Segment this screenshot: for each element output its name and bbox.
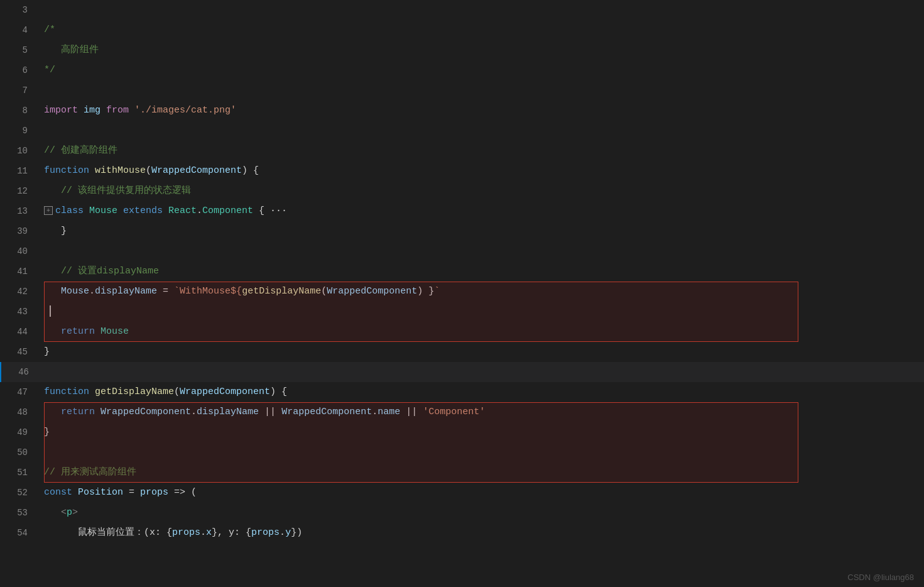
line-number: 6 bbox=[0, 65, 38, 75]
code-line: 11function withMouse(WrappedComponent) { bbox=[0, 161, 924, 181]
line-content: /* bbox=[38, 20, 924, 40]
line-content bbox=[39, 362, 924, 382]
line-content: function withMouse(WrappedComponent) { bbox=[38, 161, 924, 181]
line-content bbox=[38, 121, 924, 141]
code-line: 48 return WrappedComponent.displayName |… bbox=[0, 402, 924, 422]
line-content: 高阶组件 bbox=[38, 40, 924, 60]
line-content: // 创建高阶组件 bbox=[38, 141, 924, 161]
text-cursor bbox=[50, 305, 51, 317]
code-line: 44 return Mouse bbox=[0, 322, 924, 342]
line-number: 9 bbox=[0, 126, 38, 136]
code-line: 8import img from './images/cat.png' bbox=[0, 101, 924, 121]
line-content: } bbox=[38, 422, 924, 442]
line-number: 3 bbox=[0, 5, 38, 15]
code-line: 51// 用来测试高阶组件 bbox=[0, 463, 924, 483]
line-content: } bbox=[38, 342, 924, 362]
line-number: 12 bbox=[0, 186, 38, 196]
line-content: Mouse.displayName = `WithMouse${getDispl… bbox=[38, 282, 924, 302]
line-content: function getDisplayName(WrappedComponent… bbox=[38, 382, 924, 402]
line-number: 4 bbox=[0, 25, 38, 35]
line-number: 10 bbox=[0, 146, 38, 156]
line-number: 5 bbox=[0, 45, 38, 55]
line-number: 7 bbox=[0, 85, 38, 96]
code-line: 45} bbox=[0, 342, 924, 362]
code-line: 5 高阶组件 bbox=[0, 40, 924, 60]
line-number: 40 bbox=[0, 246, 38, 256]
line-content bbox=[38, 241, 924, 261]
code-editor: 3 4/*5 高阶组件6*/7 8import img from './imag… bbox=[0, 0, 924, 587]
line-number: 13 bbox=[0, 206, 38, 216]
line-number: 45 bbox=[0, 347, 38, 357]
line-content: // 设置displayName bbox=[38, 261, 924, 282]
line-number: 51 bbox=[0, 468, 38, 478]
code-line: 40 bbox=[0, 241, 924, 261]
line-number: 47 bbox=[0, 387, 38, 397]
line-number: 41 bbox=[0, 266, 38, 277]
line-content bbox=[38, 442, 924, 463]
code-line: 47function getDisplayName(WrappedCompone… bbox=[0, 382, 924, 402]
line-content: } bbox=[38, 221, 924, 241]
line-number: 52 bbox=[0, 488, 38, 498]
code-line: 13+class Mouse extends React.Component {… bbox=[0, 201, 924, 221]
line-number: 44 bbox=[0, 327, 38, 337]
line-content: import img from './images/cat.png' bbox=[38, 101, 924, 121]
line-content: // 该组件提供复用的状态逻辑 bbox=[38, 181, 924, 201]
code-line: 49} bbox=[0, 422, 924, 442]
code-line: 9 bbox=[0, 121, 924, 141]
code-line: 10// 创建高阶组件 bbox=[0, 141, 924, 161]
code-line: 54 鼠标当前位置：(x: {props.x}, y: {props.y}) bbox=[0, 523, 924, 543]
line-number: 54 bbox=[0, 528, 38, 538]
line-number: 53 bbox=[0, 508, 38, 518]
line-content: <p> bbox=[38, 503, 924, 523]
line-content: const Position = props => ( bbox=[38, 483, 924, 503]
code-line: 3 bbox=[0, 0, 924, 20]
collapse-icon[interactable]: + bbox=[44, 206, 53, 215]
line-number: 49 bbox=[0, 427, 38, 437]
line-number: 39 bbox=[0, 226, 38, 236]
line-number: 42 bbox=[0, 287, 38, 297]
code-line: 43 bbox=[0, 302, 924, 322]
code-line: 4/* bbox=[0, 20, 924, 40]
line-content bbox=[38, 80, 924, 101]
line-content: return WrappedComponent.displayName || W… bbox=[38, 402, 924, 422]
code-line: 50 bbox=[0, 442, 924, 463]
line-number: 48 bbox=[0, 407, 38, 417]
line-content: 鼠标当前位置：(x: {props.x}, y: {props.y}) bbox=[38, 523, 924, 543]
code-line: 39 } bbox=[0, 221, 924, 241]
code-line: 7 bbox=[0, 80, 924, 101]
line-number: 8 bbox=[0, 106, 38, 116]
line-content: +class Mouse extends React.Component { ·… bbox=[38, 201, 924, 221]
code-line: 41 // 设置displayName bbox=[0, 261, 924, 282]
line-number: 11 bbox=[0, 166, 38, 176]
line-content bbox=[38, 302, 924, 322]
line-number: 50 bbox=[0, 447, 38, 458]
line-content: */ bbox=[38, 60, 924, 80]
line-content: return Mouse bbox=[38, 322, 924, 342]
code-lines: 3 4/*5 高阶组件6*/7 8import img from './imag… bbox=[0, 0, 924, 568]
code-line: 52const Position = props => ( bbox=[0, 483, 924, 503]
line-number: 46 bbox=[1, 367, 39, 377]
line-number: 43 bbox=[0, 307, 38, 317]
line-content bbox=[38, 0, 924, 20]
watermark: CSDN @liulang68 bbox=[847, 573, 914, 582]
code-line: 42 Mouse.displayName = `WithMouse${getDi… bbox=[0, 282, 924, 302]
code-line: 46 bbox=[0, 362, 924, 382]
code-line: 12 // 该组件提供复用的状态逻辑 bbox=[0, 181, 924, 201]
code-line: 53 <p> bbox=[0, 503, 924, 523]
line-content: // 用来测试高阶组件 bbox=[38, 463, 924, 483]
code-line: 6*/ bbox=[0, 60, 924, 80]
